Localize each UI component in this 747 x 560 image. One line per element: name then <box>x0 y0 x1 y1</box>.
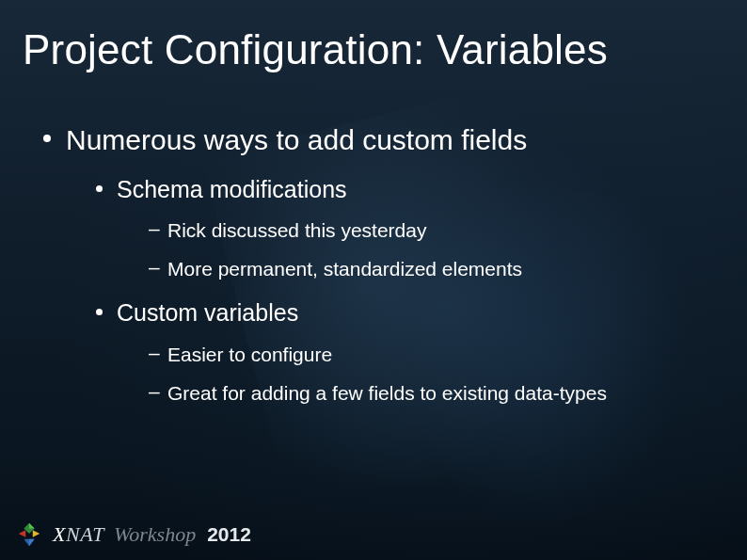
bullet-text: Easier to configure <box>167 342 713 367</box>
brand-name-prefix: X <box>53 522 66 546</box>
list-item: Easier to configure <box>145 342 713 367</box>
list-item: Numerous ways to add custom fields Schem… <box>34 122 713 406</box>
list-item: Custom variables Easier to configure Gre… <box>88 298 713 406</box>
xnat-logo-icon <box>15 520 43 549</box>
bullet-text: Great for adding a few fields to existin… <box>167 380 713 406</box>
slide: Project Configuration: Variables Numerou… <box>0 0 747 560</box>
bullet-text: Numerous ways to add custom fields <box>66 122 713 158</box>
brand-name-rest: NAT <box>66 522 104 546</box>
slide-content: Numerous ways to add custom fields Schem… <box>34 113 713 406</box>
list-item: More permanent, standardized elements <box>145 256 713 281</box>
list-item: Rick discussed this yesterday <box>145 217 713 243</box>
brand-name: XNAT <box>53 522 104 547</box>
slide-title: Project Configuration: Variables <box>23 26 724 73</box>
bullet-list-level3: Rick discussed this yesterday More perma… <box>145 217 713 282</box>
bullet-text: Custom variables <box>117 298 713 328</box>
bullet-list-level1: Numerous ways to add custom fields Schem… <box>34 122 713 406</box>
bullet-list-level3: Easier to configure Great for adding a f… <box>145 342 713 407</box>
list-item: Great for adding a few fields to existin… <box>145 380 713 406</box>
brand-year: 2012 <box>207 523 251 546</box>
svg-marker-3 <box>33 530 40 537</box>
list-item: Schema modifications Rick discussed this… <box>88 175 713 282</box>
brand-text: XNAT Workshop 2012 <box>53 522 251 547</box>
brand-workshop: Workshop <box>114 522 196 547</box>
footer-brand: XNAT Workshop 2012 <box>15 520 251 549</box>
svg-marker-2 <box>19 530 26 537</box>
bullet-text: More permanent, standardized elements <box>167 256 713 281</box>
bullet-list-level2: Schema modifications Rick discussed this… <box>88 175 713 407</box>
bullet-text: Rick discussed this yesterday <box>167 217 713 243</box>
bullet-text: Schema modifications <box>117 175 713 204</box>
svg-marker-1 <box>29 523 35 529</box>
svg-marker-5 <box>29 539 35 547</box>
